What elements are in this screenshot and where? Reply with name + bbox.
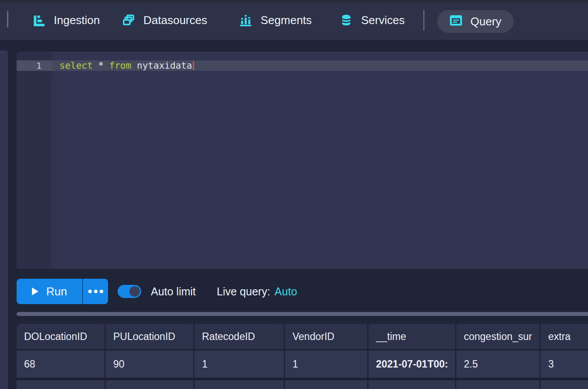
- live-query-label: Live query:: [217, 285, 270, 298]
- sql-token-identifier: nytaxidata: [137, 60, 192, 71]
- table-cell[interactable]: 3: [541, 350, 588, 378]
- header-cell-ratecodeid[interactable]: RatecodeID: [195, 324, 285, 349]
- datasources-stack-icon: [122, 14, 135, 26]
- table-cell[interactable]: [17, 380, 106, 389]
- text-cursor: [193, 61, 194, 70]
- active-line-number: 1: [17, 60, 52, 71]
- nav-item-query-active[interactable]: Query: [437, 10, 514, 33]
- horizontal-scrollbar[interactable]: [17, 312, 588, 316]
- header-cell-congestion-sur[interactable]: congestion_sur: [456, 324, 541, 349]
- run-more-options-button[interactable]: [82, 279, 108, 304]
- auto-limit-toggle[interactable]: [118, 285, 141, 298]
- database-icon: [340, 14, 352, 26]
- header-cell-extra[interactable]: extra: [541, 324, 588, 349]
- results-header-row: DOLocationIDPULocationIDRatecodeIDVendor…: [17, 324, 588, 350]
- nav-item-label: Datasources: [143, 14, 207, 27]
- header-cell-pulocationid[interactable]: PULocationID: [106, 324, 195, 349]
- collapsed-side-panel[interactable]: [0, 50, 8, 389]
- navbar-section-divider: [423, 10, 424, 31]
- sql-token-plain: [104, 60, 109, 71]
- nav-item-datasources[interactable]: Datasources: [122, 0, 207, 40]
- table-cell[interactable]: 2021-07-01T00:: [369, 350, 456, 378]
- live-query-control: Live query: Auto: [217, 285, 297, 298]
- nav-item-label: Query: [470, 15, 501, 28]
- table-cell[interactable]: [369, 380, 456, 389]
- table-row: [17, 380, 588, 389]
- run-button-label: Run: [46, 285, 67, 298]
- ingestion-chart-icon: [33, 14, 45, 26]
- query-run-bar: Run Auto limit Live query: Auto: [17, 279, 297, 304]
- sql-editor[interactable]: 1 select * from nytaxidata: [17, 52, 588, 269]
- editor-line-number-gutter: 1: [17, 52, 52, 269]
- table-cell[interactable]: 68: [17, 350, 106, 378]
- sql-token-plain: [131, 60, 137, 71]
- table-cell[interactable]: [456, 380, 541, 389]
- table-cell[interactable]: [541, 380, 588, 389]
- auto-limit-label: Auto limit: [151, 285, 196, 298]
- sql-token-plain-bright: *: [98, 60, 104, 71]
- nav-item-label: Services: [361, 14, 405, 27]
- table-cell[interactable]: [285, 380, 369, 389]
- table-cell[interactable]: 1: [195, 350, 285, 378]
- sql-token-plain: [93, 60, 98, 71]
- play-icon: [32, 287, 38, 295]
- sql-token-keyword: select: [59, 60, 93, 71]
- navbar-left-divider: [7, 11, 8, 28]
- table-row: 6890112021-07-01T00:2.53: [17, 350, 588, 380]
- sql-token-keyword: from: [109, 60, 132, 71]
- toggle-knob: [129, 286, 140, 297]
- nav-item-label: Ingestion: [54, 14, 100, 27]
- header-cell-dolocationid[interactable]: DOLocationID: [17, 324, 106, 349]
- query-results-table: DOLocationIDPULocationIDRatecodeIDVendor…: [17, 324, 588, 389]
- table-cell[interactable]: 1: [285, 350, 369, 378]
- nav-item-segments[interactable]: Segments: [240, 0, 312, 40]
- top-navbar: Ingestion Datasources: [0, 0, 588, 42]
- segments-bars-icon: [240, 14, 252, 26]
- ellipsis-icon: [88, 290, 92, 293]
- ellipsis-icon: [100, 290, 103, 293]
- run-button[interactable]: Run: [17, 279, 82, 304]
- nav-item-label: Segments: [261, 14, 312, 27]
- table-cell[interactable]: 2.5: [456, 350, 541, 378]
- table-cell[interactable]: 90: [106, 350, 195, 378]
- query-console-icon: [449, 14, 463, 30]
- live-query-mode-button[interactable]: Auto: [275, 285, 297, 298]
- table-cell[interactable]: [195, 380, 285, 389]
- nav-item-services[interactable]: Services: [340, 0, 405, 40]
- nav-item-ingestion[interactable]: Ingestion: [33, 0, 100, 40]
- sql-code-line[interactable]: select * from nytaxidata: [59, 60, 194, 71]
- results-body: 6890112021-07-01T00:2.53: [17, 350, 588, 389]
- header-cell--time[interactable]: __time: [369, 324, 456, 349]
- header-cell-vendorid[interactable]: VendorID: [285, 324, 369, 349]
- table-cell[interactable]: [106, 380, 195, 389]
- ellipsis-icon: [94, 290, 97, 293]
